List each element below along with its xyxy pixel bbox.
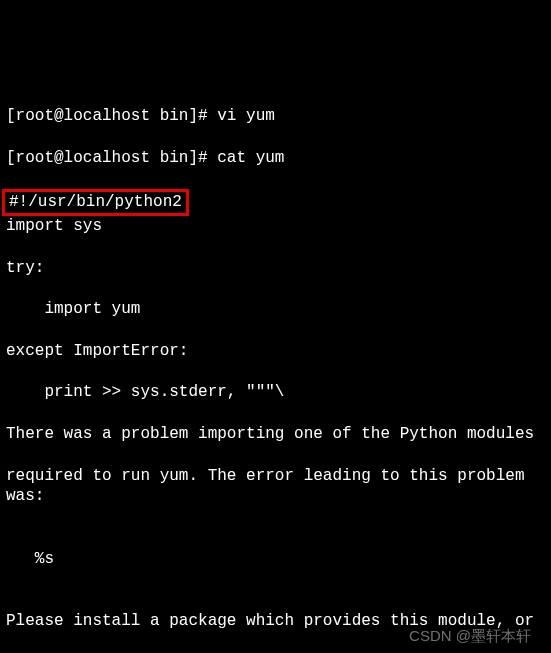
- shebang-highlight: #!/usr/bin/python2: [2, 189, 189, 216]
- code-line: Please install a package which provides …: [6, 611, 545, 632]
- code-line: print >> sys.stderr, """\: [6, 382, 545, 403]
- prompt-line-vi: [root@localhost bin]# vi yum: [6, 106, 545, 127]
- code-line: import yum: [6, 299, 545, 320]
- prompt-line-cat: [root@localhost bin]# cat yum: [6, 148, 545, 169]
- code-line: try:: [6, 258, 545, 279]
- code-line: required to run yum. The error leading t…: [6, 466, 545, 508]
- terminal-output[interactable]: [root@localhost bin]# vi yum [root@local…: [0, 83, 551, 653]
- code-line: %s: [6, 549, 545, 570]
- code-line: except ImportError:: [6, 341, 545, 362]
- shebang-line: #!/usr/bin/python2: [9, 193, 182, 211]
- code-line: import sys: [6, 216, 545, 237]
- code-line: There was a problem importing one of the…: [6, 424, 545, 445]
